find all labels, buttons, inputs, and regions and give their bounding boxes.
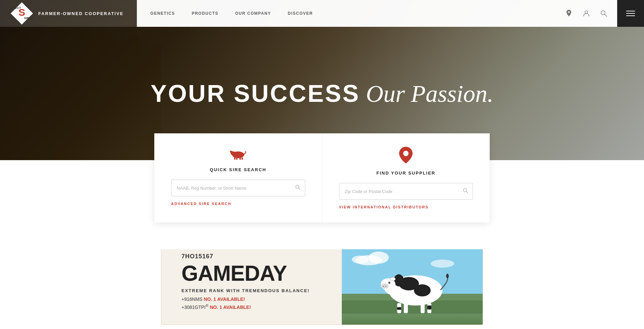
feature-bull-name: GAMEDAY [181, 263, 325, 284]
svg-point-33 [381, 283, 389, 289]
hero-text-bold: YOUR SUCCESS [151, 80, 360, 107]
nav-link-products[interactable]: PRODUCTS [192, 11, 218, 16]
svg-rect-13 [241, 157, 243, 160]
feature-stat-2: +3081GTPI® NO. 1 AVAILABLE! [181, 303, 325, 310]
brand-area: S SELECT SIRES FARMER-OWNED COOPERATIVE [0, 0, 137, 27]
svg-point-22 [369, 252, 389, 264]
account-icon [583, 10, 590, 17]
svg-point-23 [352, 256, 369, 264]
navbar: S SELECT SIRES FARMER-OWNED COOPERATIVE … [0, 0, 644, 27]
svg-point-36 [390, 277, 395, 281]
svg-rect-38 [404, 303, 408, 313]
hero-text-script: Our Passion. [360, 80, 493, 107]
svg-rect-10 [234, 157, 235, 160]
supplier-search-title: FIND YOUR SUPPLIER [376, 171, 435, 176]
cow-icon [229, 147, 247, 163]
feature-stat-1-label: +916NMS [181, 297, 204, 302]
sire-search-input-wrap [171, 180, 305, 196]
hamburger-button[interactable] [617, 0, 644, 27]
supplier-search-input-wrap [339, 183, 473, 200]
account-icon-button[interactable] [581, 8, 592, 19]
svg-rect-12 [239, 157, 241, 160]
svg-point-18 [464, 189, 467, 192]
svg-point-15 [296, 185, 299, 189]
location-pin-icon [399, 147, 413, 167]
brand-name: FARMER-OWNED COOPERATIVE [38, 11, 123, 16]
nav-icons-area [555, 0, 617, 27]
svg-rect-39 [421, 303, 425, 313]
svg-point-24 [431, 260, 454, 268]
hamburger-icon [626, 11, 635, 16]
feature-stat-1: +916NMS NO. 1 AVAILABLE! [181, 297, 325, 302]
international-distributors-link[interactable]: VIEW INTERNATIONAL DISTRIBUTORS [339, 205, 429, 209]
sire-search-magnifier-icon [295, 185, 301, 191]
svg-point-17 [403, 151, 409, 156]
logo-icon: S SELECT SIRES [10, 2, 34, 25]
supplier-search-magnifier-icon [463, 188, 468, 195]
feature-bull-image [342, 236, 483, 325]
hero-headline: YOUR SUCCESS Our Passion. [151, 80, 493, 108]
nav-link-discover[interactable]: DISCOVER [288, 11, 313, 16]
nav-link-our-company[interactable]: OUR COMPANY [235, 11, 271, 16]
location-icon-button[interactable] [564, 8, 574, 19]
feature-bull-tagline: EXTREME RANK WITH TREMENDOUS BALANCE! [181, 288, 325, 293]
svg-point-43 [446, 274, 449, 278]
svg-point-45 [385, 286, 386, 287]
svg-rect-42 [427, 306, 431, 310]
svg-rect-41 [397, 307, 401, 310]
svg-point-35 [389, 282, 390, 283]
svg-point-4 [585, 11, 588, 13]
svg-text:SELECT: SELECT [10, 6, 21, 10]
location-icon [566, 10, 572, 17]
feature-text-area: 7HO15167 GAMEDAY EXTREME RANK WITH TREME… [161, 236, 342, 325]
advanced-sire-search-link[interactable]: ADVANCED SIRE SEARCH [171, 202, 231, 206]
svg-point-30 [414, 284, 431, 297]
sire-search-panel: QUICK SIRE SEARCH ADVANCED SIRE SEARCH [154, 133, 322, 222]
feature-stat-2-highlight: NO. 1 AVAILABLE! [210, 305, 251, 310]
svg-point-5 [601, 11, 605, 15]
feature-stat-2-label: +3081GTPI® [181, 305, 210, 310]
search-icon-button[interactable] [598, 8, 609, 19]
feature-bull-id: 7HO15167 [181, 253, 325, 260]
svg-line-19 [467, 192, 468, 193]
svg-text:SIRES: SIRES [24, 16, 33, 20]
nav-link-genetics[interactable]: GENETICS [150, 11, 175, 16]
svg-line-6 [605, 14, 607, 16]
search-icon [600, 10, 607, 17]
supplier-search-input[interactable] [339, 183, 473, 200]
supplier-search-panel: FIND YOUR SUPPLIER VIEW INTERNATIONAL DI… [322, 133, 490, 222]
sire-search-title: QUICK SIRE SEARCH [210, 167, 266, 172]
nav-links-area: GENETICS PRODUCTS OUR COMPANY DISCOVER [137, 0, 555, 27]
svg-line-16 [299, 188, 300, 190]
sire-search-input[interactable] [171, 180, 305, 196]
svg-point-44 [383, 286, 384, 287]
svg-rect-11 [236, 157, 237, 160]
search-section: QUICK SIRE SEARCH ADVANCED SIRE SEARCH [154, 133, 490, 222]
feature-stat-1-highlight: NO. 1 AVAILABLE! [204, 297, 245, 302]
svg-point-34 [388, 282, 390, 284]
